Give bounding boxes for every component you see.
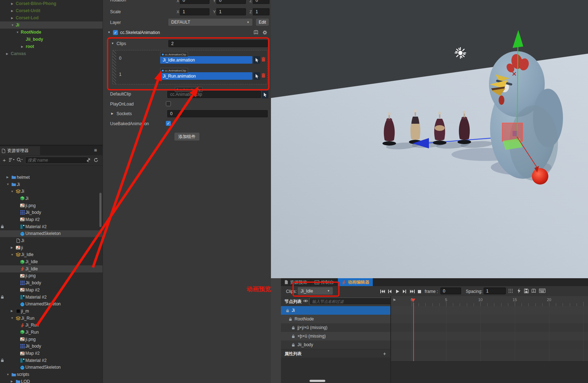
play-on-load-checkbox[interactable] — [166, 101, 171, 106]
chevron-down-icon[interactable]: ▼ — [6, 373, 11, 376]
grid-dots-icon[interactable] — [508, 289, 513, 293]
tab-asset-preview[interactable]: 资源预览 — [281, 278, 311, 286]
chevron-right-icon[interactable]: ▶ — [6, 176, 11, 179]
asset-search-input[interactable] — [25, 157, 88, 164]
timeline-tracks[interactable] — [391, 306, 588, 361]
book-icon[interactable] — [531, 289, 536, 293]
component-enabled-checkbox[interactable]: ✓ — [113, 30, 118, 35]
chevron-right-icon[interactable]: ▶ — [11, 16, 16, 20]
rotation-z-field[interactable]: 0 — [253, 0, 270, 4]
asset-item-ji-png[interactable]: ji.png — [0, 272, 103, 280]
add-property-button[interactable]: + — [383, 351, 386, 357]
clips-dropdown[interactable]: Ji_Idle ▼ — [298, 287, 333, 295]
asset-item-jii-body[interactable]: Jii_body — [0, 343, 103, 350]
asset-item-scripts[interactable]: ▼scripts — [0, 371, 103, 378]
hierarchy-item-canvas[interactable]: ▶Canvas — [0, 50, 103, 57]
asset-item-helmet[interactable]: ▶helmet — [0, 174, 103, 181]
scale-x-field[interactable]: 1 — [180, 8, 209, 15]
asset-item-ji-run[interactable]: ▼Ji_Run — [0, 315, 103, 322]
anim-node-missing[interactable]: ×þ×ü (missing) — [281, 332, 390, 340]
playhead-line[interactable] — [413, 303, 414, 361]
delete-clip-icon[interactable] — [261, 73, 266, 78]
anim-node-jj-missing[interactable]: jj×ý×û (missing) — [281, 323, 390, 332]
frame-input[interactable] — [440, 288, 461, 294]
add-component-button[interactable]: 添加组件 — [174, 133, 199, 141]
gear-icon[interactable] — [262, 30, 267, 35]
chevron-down-icon[interactable]: ▼ — [11, 190, 15, 193]
anim-node-jii-body[interactable]: Jii_body — [281, 340, 390, 349]
scene-viewport[interactable] — [271, 0, 588, 278]
asset-item-lod[interactable]: ▶LOD — [0, 378, 103, 383]
asset-item-map-2[interactable]: Map #2 — [0, 350, 103, 357]
skip-end-button[interactable] — [409, 289, 415, 294]
clip-picker-icon[interactable] — [262, 91, 268, 98]
collapse-icon[interactable]: ▼ — [108, 31, 110, 34]
chevron-down-icon[interactable]: ▼ — [11, 316, 15, 320]
eye-icon[interactable] — [303, 299, 308, 303]
asset-item-ji-run[interactable]: Ji_Run — [0, 329, 103, 336]
add-asset-button[interactable]: + — [1, 157, 7, 163]
asset-item-ji-png[interactable]: ji.png — [0, 336, 103, 343]
stop-button[interactable] — [416, 289, 423, 294]
clip-picker-icon[interactable] — [253, 56, 260, 64]
asset-item-jii-body[interactable]: Jii_body — [0, 209, 103, 216]
default-clip-field[interactable]: cc.AnimationClip — [167, 91, 261, 98]
scale-z-field[interactable]: 1 — [253, 8, 270, 15]
asset-item-map-2[interactable]: Map #2 — [0, 286, 103, 294]
node-filter-input[interactable] — [309, 298, 393, 305]
asset-item-ji[interactable]: ▼Ji — [0, 181, 103, 188]
timeline-hscrollbar[interactable] — [310, 380, 325, 382]
chevron-right-icon[interactable]: ▶ — [6, 52, 11, 55]
chevron-right-icon[interactable]: ▶ — [11, 309, 15, 313]
asset-item-ji-run[interactable]: Ji_Run — [0, 321, 103, 329]
chevron-right-icon[interactable]: ▶ — [11, 246, 15, 249]
hierarchy-item-ji[interactable]: ▼Ji — [0, 21, 103, 29]
sockets-field[interactable]: 0 — [167, 110, 268, 117]
asset-item-ji[interactable]: Ji — [0, 237, 103, 244]
clip-field-1[interactable]: Ji_Run.animation — [160, 72, 252, 80]
chevron-right-icon[interactable]: ▶ — [11, 380, 15, 383]
expand-icon[interactable]: ▶ — [111, 112, 113, 115]
timeline-ruler[interactable]: ⚑ 05101520 — [391, 296, 588, 306]
expand-icon[interactable] — [86, 158, 91, 162]
lightning-icon[interactable] — [517, 288, 521, 293]
hierarchy-item-corset-blinn-phong[interactable]: ▶Corset-Blinn-Phong — [0, 0, 103, 7]
scale-y-field[interactable]: 1 — [216, 8, 246, 15]
layer-dropdown[interactable]: DEFAULT ▼ — [168, 19, 252, 26]
asset-item-material-2[interactable]: Material #2 — [0, 294, 103, 301]
asset-item-material-2[interactable]: Material #2 — [0, 223, 103, 230]
clip-picker-icon[interactable] — [253, 72, 260, 80]
layer-edit-button[interactable]: Edit — [256, 19, 269, 26]
asset-item-ji[interactable]: Ji — [0, 195, 103, 202]
asset-item-ji-png[interactable]: ji.png — [0, 202, 103, 209]
hierarchy-item-rootnode[interactable]: ▼RootNode — [0, 29, 103, 36]
collapse-icon[interactable]: ▼ — [111, 42, 114, 45]
play-button[interactable] — [394, 289, 400, 294]
sort-icon[interactable] — [9, 158, 14, 162]
chevron-down-icon[interactable]: ▼ — [16, 31, 21, 34]
anim-node-rootnode[interactable]: RootNode — [281, 315, 390, 323]
asset-item-unnamedskeleton[interactable]: UnnamedSkeleton — [0, 364, 103, 371]
tab-console[interactable]: 控制台 — [311, 278, 338, 286]
sun-gizmo-icon[interactable] — [455, 48, 466, 58]
chevron-right-icon[interactable]: ▶ — [11, 2, 16, 5]
rotation-y-field[interactable]: 0 — [216, 0, 246, 4]
clip-field-0[interactable]: Ji_Idle.animation — [160, 56, 252, 64]
rotation-x-field[interactable]: 0 — [180, 0, 209, 4]
delete-clip-icon[interactable] — [261, 57, 266, 62]
tab-asset-manager[interactable]: 资源管理器 — [0, 146, 40, 155]
tab-animation-editor[interactable]: 动画编辑器 — [338, 278, 373, 286]
asset-item-ji-idle[interactable]: ▼Ji_Idle — [0, 251, 103, 259]
skip-start-button[interactable] — [380, 289, 386, 294]
hierarchy-item-root[interactable]: ▶root — [0, 43, 103, 50]
asset-item-ji-m[interactable]: ▶ji_m — [0, 308, 103, 315]
chevron-right-icon[interactable]: ▶ — [11, 9, 16, 13]
book-icon[interactable] — [253, 30, 258, 35]
search-icon[interactable] — [16, 157, 23, 162]
use-baked-checkbox[interactable]: ✓ — [166, 121, 171, 126]
asset-item-material-2[interactable]: Material #2 — [0, 357, 103, 364]
asset-scrollbar[interactable] — [99, 193, 102, 227]
spacing-input[interactable] — [484, 288, 506, 294]
asset-item-map-2[interactable]: Map #2 — [0, 216, 103, 223]
next-frame-button[interactable] — [401, 289, 407, 294]
